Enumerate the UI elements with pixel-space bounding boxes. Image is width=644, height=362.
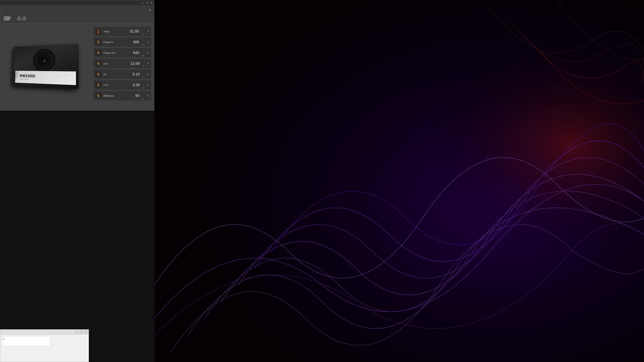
psu-body: RM1000i CORSAIR [13, 44, 79, 89]
stat-row-efficiency: Efficiency 93 % ≡ [94, 91, 152, 101]
toolbar: ≡ [0, 5, 154, 14]
fans-tab-icon [17, 16, 27, 21]
svg-marker-34 [97, 40, 100, 44]
svg-rect-3 [5, 17, 6, 19]
svg-marker-37 [97, 72, 100, 76]
wave-art-svg [154, 0, 644, 362]
3-3v-value: 3.30 [133, 83, 140, 87]
power-out-value: 543 [133, 51, 139, 55]
temp-label: Temp [103, 30, 128, 33]
power-out-menu-button[interactable]: ≡ [147, 51, 150, 55]
temp-icon-box [95, 28, 101, 34]
temp-unit: °C [142, 33, 144, 35]
svg-rect-1 [154, 0, 644, 362]
power-in-label: Power In [103, 41, 131, 43]
secondary-content: d [0, 335, 89, 362]
close-button[interactable]: ✕ [150, 1, 153, 4]
stat-row-power-in: Power In 585 W ≡ [94, 37, 152, 47]
power-out-label: Power Out [103, 51, 131, 54]
svg-marker-39 [97, 94, 100, 98]
stats-panel: Temp 31.00 °C ≡ Power In 585 W ≡ [91, 23, 154, 111]
svg-rect-6 [6, 18, 7, 19]
psu-image-area: RM1000i CORSAIR [0, 23, 91, 111]
temp-menu-button[interactable]: ≡ [147, 29, 150, 33]
efficiency-icon-box [95, 93, 101, 99]
12v-icon-box [95, 60, 101, 66]
efficiency-label: Efficiency [103, 94, 133, 97]
power-out-unit: W [142, 55, 144, 57]
3-3v-menu-button[interactable]: ≡ [147, 83, 150, 87]
fan-grill [32, 47, 56, 73]
bolt-icon-2 [96, 51, 100, 55]
3-3v-unit: V [142, 87, 144, 89]
svg-point-12 [18, 18, 20, 19]
svg-marker-35 [97, 51, 100, 55]
secondary-maximize-button[interactable]: ☐ [80, 331, 83, 334]
efficiency-value: 93 [135, 93, 139, 98]
minimize-button[interactable]: — [142, 1, 145, 4]
power-in-value: 585 [133, 40, 139, 44]
3-3v-label: 3.3V [103, 84, 131, 86]
app-window: — ☐ ✕ ≡ [0, 0, 154, 111]
svg-point-17 [24, 18, 25, 19]
secondary-minimize-button[interactable]: — [76, 331, 79, 334]
5v-menu-button[interactable]: ≡ [147, 72, 150, 76]
12v-menu-button[interactable]: ≡ [147, 61, 150, 66]
desktop-art [154, 0, 644, 362]
efficiency-menu-button[interactable]: ≡ [147, 93, 150, 98]
psu-brand-plate: RM1000i CORSAIR [15, 71, 76, 85]
efficiency-unit: % [142, 97, 144, 100]
bolt-icon-1 [96, 40, 100, 44]
5v-label: 5V [103, 73, 131, 76]
12v-label: 12V [103, 62, 129, 65]
thermometer-icon [96, 29, 100, 34]
svg-point-31 [98, 32, 99, 33]
svg-marker-38 [97, 83, 100, 87]
stat-row-3-3v: 3.3V 3.30 V ≡ [94, 80, 152, 90]
stat-row-5v: 5V 5.10 V ≡ [94, 69, 152, 79]
secondary-text: d [3, 338, 4, 340]
maximize-button[interactable]: ☐ [146, 1, 149, 4]
12v-value: 12.00 [131, 61, 140, 66]
stat-row-12v: 12V 12.00 V ≡ [94, 58, 152, 68]
temp-value: 31.00 [130, 29, 139, 33]
psu-visual: RM1000i CORSAIR [7, 42, 84, 92]
svg-rect-5 [7, 17, 8, 18]
5v-unit: V [142, 76, 144, 78]
tab-fans[interactable] [15, 15, 29, 22]
secondary-window: — ☐ ✕ d [0, 329, 89, 362]
bolt-icon-4 [96, 72, 100, 76]
main-content: RM1000i CORSAIR [0, 23, 154, 111]
svg-point-18 [24, 16, 25, 18]
bolt-icon-6 [96, 93, 100, 98]
bolt-icon-3 [96, 61, 100, 66]
power-in-unit: W [142, 44, 144, 46]
bolt-icon-5 [96, 83, 100, 87]
svg-rect-4 [6, 17, 7, 18]
title-bar-controls: — ☐ ✕ [142, 1, 153, 4]
secondary-close-button[interactable]: ✕ [84, 331, 88, 334]
tab-psu[interactable] [2, 15, 13, 22]
stat-row-power-out: Power Out 543 W ≡ [94, 48, 152, 58]
psu-tab-icon [4, 16, 12, 21]
svg-marker-36 [97, 61, 100, 65]
power-out-icon-box [95, 50, 101, 56]
secondary-title-bar: — ☐ ✕ [0, 330, 89, 335]
secondary-input-area[interactable]: d [2, 336, 50, 346]
5v-value: 5.10 [133, 72, 140, 76]
title-bar: — ☐ ✕ [0, 0, 154, 5]
12v-unit: V [142, 65, 144, 68]
device-tabs [0, 14, 154, 23]
power-in-icon-box [95, 39, 101, 45]
svg-point-13 [18, 16, 20, 18]
3-3v-icon-box [95, 82, 101, 88]
stat-row-temp: Temp 31.00 °C ≡ [94, 26, 152, 36]
svg-rect-30 [98, 29, 98, 32]
menu-button[interactable]: ≡ [148, 7, 152, 12]
svg-rect-7 [7, 18, 8, 19]
power-in-menu-button[interactable]: ≡ [147, 40, 150, 44]
5v-icon-box [95, 71, 101, 77]
